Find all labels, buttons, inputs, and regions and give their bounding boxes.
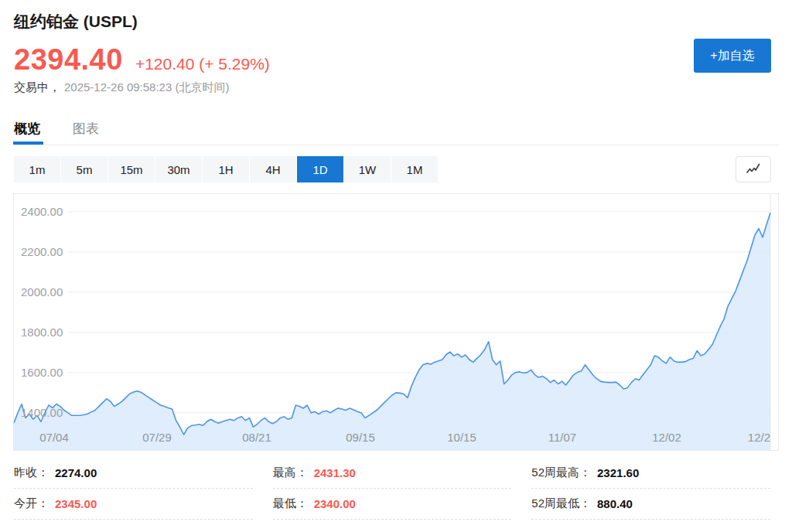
x-axis-label: 07/29 [142, 431, 172, 443]
x-axis-label: 12/2 [748, 431, 770, 443]
y-axis-label: 1600.00 [21, 367, 63, 378]
period-4H[interactable]: 4H [250, 156, 296, 182]
stat-label: 52周最高： [531, 466, 591, 480]
tab-bar: 概览图表 [14, 117, 779, 145]
x-axis-label: 07/04 [39, 431, 69, 443]
chart-type-button[interactable] [736, 156, 771, 182]
stat-label: 最低： [273, 496, 308, 511]
x-axis-label: 10/15 [447, 431, 476, 443]
x-axis-label: 11/07 [548, 431, 576, 443]
stats-column: 最高：2431.30最低：2340.00 [273, 458, 512, 520]
status-row: 交易中，2025-12-26 09:58:23 (北京时间) [14, 80, 229, 95]
stat-week52-high: 52周最高：2321.60 [531, 458, 770, 489]
stats-column: 昨收：2274.00今开：2345.00 [14, 458, 253, 520]
y-axis-label: 2000.00 [21, 286, 63, 298]
stat-value: 2345.00 [55, 497, 97, 510]
line-chart-icon [746, 163, 761, 176]
quote-timestamp: 2025-12-26 09:58:23 (北京时间) [64, 80, 229, 94]
stat-value: 2431.30 [314, 466, 356, 479]
period-15m[interactable]: 15m [108, 156, 155, 182]
y-axis-label: 1800.00 [21, 326, 63, 338]
period-1H[interactable]: 1H [203, 156, 249, 182]
quote-stats: 昨收：2274.00今开：2345.00最高：2431.30最低：2340.00… [14, 458, 770, 520]
stat-high: 最高：2431.30 [273, 458, 512, 489]
period-1M[interactable]: 1M [391, 156, 438, 182]
price-area-plot [14, 194, 778, 450]
page-title: 纽约铂金 (USPL) [14, 11, 138, 32]
price-chart[interactable]: 2400.002200.002000.001800.001600.001400.… [13, 193, 779, 451]
y-axis-label: 2400.00 [21, 206, 63, 217]
stats-column: 52周最高：2321.6052周最低：880.40 [531, 458, 770, 520]
current-price: 2394.40 [14, 43, 123, 77]
trading-status: 交易中， [14, 80, 60, 94]
period-1m[interactable]: 1m [14, 156, 60, 182]
stat-label: 昨收： [14, 466, 49, 480]
stat-value: 880.40 [597, 497, 633, 510]
x-axis-label: 08/21 [242, 431, 271, 443]
stat-low: 最低：2340.00 [273, 489, 512, 520]
period-30m[interactable]: 30m [155, 156, 202, 182]
stat-prev-close: 昨收：2274.00 [14, 458, 253, 489]
tab-chart[interactable]: 图表 [73, 117, 99, 145]
price-area [14, 213, 770, 450]
stat-open-today: 今开：2345.00 [14, 489, 253, 520]
stat-value: 2340.00 [314, 497, 356, 510]
price-change: +120.40 (+ 5.29%) [135, 55, 270, 73]
y-axis-label: 1400.00 [21, 407, 63, 418]
x-axis-label: 09/15 [346, 431, 375, 443]
stat-label: 今开： [14, 496, 49, 511]
add-watchlist-button[interactable]: +加自选 [694, 39, 771, 73]
period-1W[interactable]: 1W [344, 156, 391, 182]
stat-value: 2321.60 [597, 466, 639, 479]
tab-overview[interactable]: 概览 [14, 117, 40, 145]
quote-page: 纽约铂金 (USPL) 2394.40 +120.40 (+ 5.29%) 交易… [0, 0, 792, 532]
y-axis-label: 2200.00 [21, 246, 63, 257]
stat-week52-low: 52周最低：880.40 [531, 489, 770, 520]
x-axis-label: 12/02 [652, 431, 681, 443]
period-1D[interactable]: 1D [297, 156, 343, 182]
stat-label: 52周最低： [531, 496, 591, 511]
stat-value: 2274.00 [55, 466, 97, 479]
period-5m[interactable]: 5m [61, 156, 108, 182]
stat-label: 最高： [273, 466, 308, 480]
period-selector: 1m5m15m30m1H4H1D1W1M [14, 156, 438, 182]
price-row: 2394.40 +120.40 (+ 5.29%) [14, 43, 270, 77]
